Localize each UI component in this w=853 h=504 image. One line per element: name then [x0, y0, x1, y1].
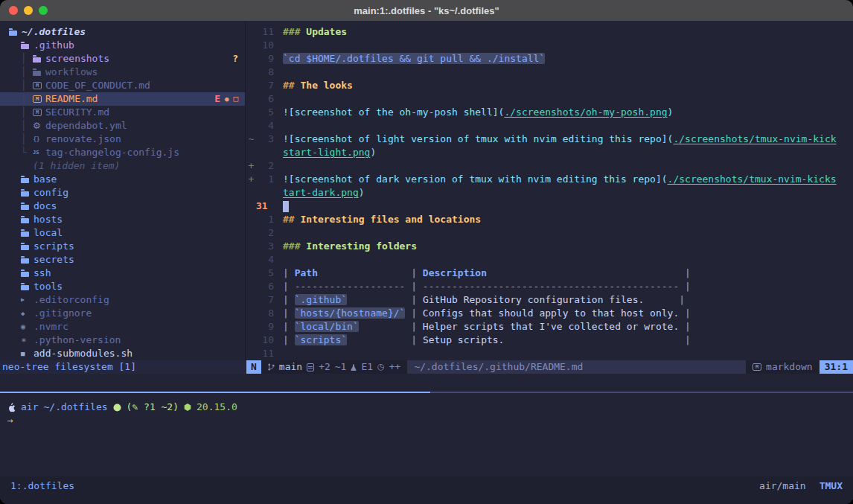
line-number: 10	[256, 39, 274, 52]
pane-divider-inactive[interactable]	[430, 392, 853, 393]
tree-item-label: docs	[33, 200, 57, 213]
tree-item-.editorconfig[interactable]: .editorconfig	[0, 293, 245, 307]
editor-line[interactable]: 10| `scripts` | Setup scripts. |	[246, 334, 853, 347]
gitsign-column	[246, 226, 256, 240]
pane-divider-active[interactable]	[0, 392, 430, 393]
editor-line[interactable]: 3### Interesting folders	[246, 240, 853, 253]
editor-line[interactable]: 2	[246, 226, 853, 240]
editor-line[interactable]: 6	[246, 92, 853, 106]
tree-item-scripts[interactable]: scripts	[0, 240, 245, 253]
indent-guide: │	[21, 119, 33, 133]
tree-item-dependabot.yml[interactable]: │dependabot.yml	[0, 119, 245, 133]
tree-item-readme.md[interactable]: │README.mdE●□	[0, 92, 245, 106]
tree-item-secrets[interactable]: secrets	[0, 253, 245, 267]
editor-pane[interactable]: 11### Updates 10 9`cd $HOME/.dotfiles &&…	[246, 21, 853, 360]
tree-item-.python-version[interactable]: .python-version	[0, 334, 245, 347]
editor-line[interactable]: 11	[246, 347, 853, 360]
editor-text: ./screenshots/tmux-nvim-kick	[673, 133, 836, 144]
tree-item-tag-changelog-config.js[interactable]: └tag-changelog-config.js	[0, 146, 245, 159]
tree-item-label: tools	[33, 280, 63, 293]
tree-item-tools[interactable]: tools	[0, 280, 245, 293]
editor-line[interactable]: 31	[246, 200, 853, 213]
editor-text: |	[679, 294, 685, 305]
gitsign-column	[246, 267, 256, 280]
line-number: 4	[256, 119, 274, 133]
editor-text	[347, 294, 405, 305]
zoom-button[interactable]	[39, 6, 48, 15]
tree-item-label: dependabot.yml	[45, 119, 127, 133]
line-number: 5	[256, 106, 274, 119]
tree-item-label: .editorconfig	[33, 293, 109, 307]
tree-item-ssh[interactable]: ssh	[0, 267, 245, 280]
tree-item-docs[interactable]: docs	[0, 200, 245, 213]
tree-item-.gitignore[interactable]: .gitignore	[0, 307, 245, 320]
indent-guide: │	[21, 106, 33, 119]
tree-item-add-submodules.sh[interactable]: add-submodules.sh	[0, 347, 245, 360]
tree-item-code_of_conduct.md[interactable]: │CODE_OF_CONDUCT.md	[0, 79, 245, 92]
editor-text: start-light.png	[283, 147, 370, 158]
gitsign-column	[246, 66, 256, 79]
tree-item-renovate.json[interactable]: │renovate.json	[0, 133, 245, 146]
editor-line[interactable]: ~3![screenshot of light version of tmux …	[246, 133, 853, 146]
editor-line[interactable]: 6| ------------------- | ---------------…	[246, 280, 853, 293]
editor-line[interactable]: 7| `.github` | GitHub Repository configu…	[246, 293, 853, 307]
editor-text: Interesting folders	[306, 240, 417, 252]
editor-text: |	[405, 281, 422, 292]
tmux-session[interactable]: 1:.dotfiles	[10, 479, 74, 493]
editor-line[interactable]: 8	[246, 66, 853, 79]
tree-item-.nvmrc[interactable]: .nvmrc	[0, 320, 245, 334]
tree-item-screenshots[interactable]: │screenshots?	[0, 52, 245, 66]
tree-item-hosts[interactable]: hosts	[0, 213, 245, 226]
gitignore-icon	[21, 307, 33, 320]
editor-line[interactable]: start-light.png)	[246, 146, 853, 159]
tree-item-label: renovate.json	[45, 133, 121, 146]
editor-line[interactable]: 11### Updates	[246, 25, 853, 39]
gitsign-column	[246, 253, 256, 267]
editor-text: ](	[662, 133, 674, 144]
line-number: 7	[256, 79, 274, 92]
command-line	[0, 374, 853, 387]
indent-guide	[21, 159, 33, 173]
editor-text: Setup scripts.	[423, 334, 685, 345]
editor-line[interactable]: 5| Path | Description |	[246, 267, 853, 280]
tree-item-local[interactable]: local	[0, 226, 245, 240]
tree-item-label: workflows	[45, 66, 98, 79]
line-number: 11	[256, 25, 274, 39]
line-number: 2	[256, 226, 274, 240]
tree-item-workflows[interactable]: │workflows	[0, 66, 245, 79]
editor-text: |	[405, 307, 422, 319]
diagnostics-flask-icon	[351, 363, 357, 371]
editor-line[interactable]: 8| `hosts/{hostname}/` | Configs that sh…	[246, 307, 853, 320]
editor-line[interactable]: 9`cd $HOME/.dotfiles && git pull && ./in…	[246, 52, 853, 66]
tree-item-.github[interactable]: .github	[0, 39, 245, 52]
editor-line[interactable]: 7## The looks	[246, 79, 853, 92]
editor-line[interactable]: 5![screenshot of the oh-my-posh shell](.…	[246, 106, 853, 119]
shell-pane[interactable]: air ~/.dotfiles (✎ ?1 ~2) 20.15.0 →	[0, 401, 853, 476]
editor-line[interactable]: tart-dark.png)	[246, 186, 853, 200]
editor-line[interactable]: +1![screenshot of dark version of tmux w…	[246, 173, 853, 186]
editor-text	[318, 267, 405, 278]
tree-item-security.md[interactable]: │SECURITY.md	[0, 106, 245, 119]
editor-line[interactable]: 4	[246, 119, 853, 133]
tree-item-1hiddenitem[interactable]: (1 hidden item)	[0, 159, 245, 173]
branch-name: main	[279, 360, 302, 374]
tree-item-label: hosts	[33, 213, 63, 226]
editor-line[interactable]: 4	[246, 253, 853, 267]
tree-item-base[interactable]: base	[0, 173, 245, 186]
gitsign-column	[246, 52, 256, 66]
folder-icon	[33, 52, 45, 66]
tree-item-.dotfiles[interactable]: ~/.dotfiles	[0, 25, 245, 39]
diagnostic-count: E1	[361, 360, 373, 374]
neo-tree-panel[interactable]: ~/.dotfiles.github│screenshots?│workflow…	[0, 21, 246, 360]
gitsign-column	[246, 25, 256, 39]
editor-line[interactable]: 10	[246, 39, 853, 52]
editor-line[interactable]: 9| `local/bin` | Helper scripts that I'v…	[246, 320, 853, 334]
editor-line[interactable]: 1## Interesting files and locations	[246, 213, 853, 226]
line-number: 3	[256, 133, 274, 146]
close-button[interactable]	[9, 6, 18, 15]
editor-line[interactable]: +2	[246, 159, 853, 173]
minimize-button[interactable]	[24, 6, 33, 15]
tree-item-label: tag-changelog-config.js	[45, 146, 179, 159]
tree-item-config[interactable]: config	[0, 186, 245, 200]
nvm-icon	[21, 320, 33, 334]
